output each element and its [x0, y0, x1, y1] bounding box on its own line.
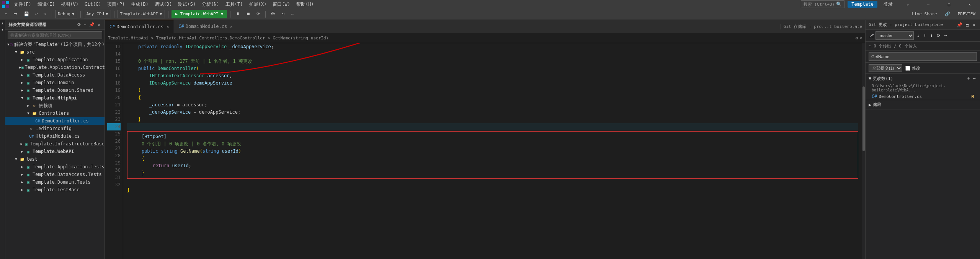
win-minimize-btn[interactable]: —	[920, 0, 937, 8]
editor-settings-icon[interactable]: ⚙	[856, 36, 858, 41]
project-data-access[interactable]: ▶ ▣ Template.DataAccess	[5, 71, 105, 79]
toolbar-step-btn[interactable]: ⤳	[279, 11, 287, 17]
git-search-input[interactable]	[869, 52, 977, 61]
platform-dropdown[interactable]: Any CPU ▼	[84, 10, 111, 18]
project-webapi[interactable]: ▶ ▣ Template.WebAPI	[5, 148, 105, 155]
menu-test[interactable]: 测试(S)	[175, 0, 199, 8]
toolbar-redo-btn[interactable]: ↪	[41, 11, 49, 17]
preview-btn[interactable]: PREVIEW	[956, 11, 978, 17]
sidebar-search-input[interactable]	[8, 31, 102, 39]
git-panel-pin[interactable]: 📌	[955, 21, 964, 28]
git-more-btn[interactable]: ⋯	[943, 32, 949, 39]
dataaccess-icon: ▣	[25, 72, 31, 78]
test-folder[interactable]: ▼ 📁 test	[5, 155, 105, 163]
git-file-democontroller[interactable]: C# DemoController.cs M	[866, 93, 980, 100]
git-stash-header[interactable]: ▶ 储藏	[866, 100, 980, 109]
sidebar-close-btn[interactable]: ✕	[96, 22, 101, 28]
controllers-folder[interactable]: ▼ 📁 Controllers	[5, 109, 105, 117]
toolbar-pause-btn[interactable]: ⏸	[234, 11, 242, 17]
git-filter-select[interactable]: 全部提交(1)	[869, 64, 902, 72]
toolbar-restart-btn[interactable]: ⟳	[254, 11, 262, 17]
git-changed-title: 更改数(1)	[873, 76, 966, 81]
menu-extensions[interactable]: 扩展(X)	[246, 0, 270, 8]
project-da-tests[interactable]: ▶ ▣ Template.DataAccess.Tests	[5, 171, 105, 178]
menu-tools[interactable]: 工具(T)	[222, 0, 246, 8]
menu-bar: 文件(F) 编辑(E) 视图(V) Git(G) 项目(P) 生成(B) 调试(…	[0, 0, 980, 8]
project-httpapi[interactable]: ▼ ▣ Template.HttpApi	[5, 94, 105, 102]
project-dropdown[interactable]: Template.WebAPI ▼	[118, 10, 165, 18]
project-app-tests[interactable]: ▶ ▣ Template.Application.Tests	[5, 163, 105, 171]
run-button[interactable]: ▶ Template.WebAPI ▼	[172, 10, 227, 18]
git-changed-header[interactable]: ▼ 更改数(1) + ↩	[866, 74, 980, 83]
git-header-tools: 📌 ⬒ ✕	[955, 21, 977, 28]
git-branch-select[interactable]: master	[875, 31, 914, 40]
tab-democontroller-close[interactable]: ✕	[167, 24, 169, 29]
editor-scrollbar[interactable]	[862, 43, 865, 259]
win-maximize-btn[interactable]: □	[940, 0, 958, 8]
dependencies-folder[interactable]: ▶ ⚙ 依赖项	[5, 102, 105, 109]
code-line-23: }	[127, 116, 858, 123]
tab-domainmodule[interactable]: C# DomainModule.cs ✕	[174, 20, 237, 33]
sidebar-filter-btn[interactable]: ⋯	[83, 22, 88, 28]
menu-debug[interactable]: 调试(D)	[152, 0, 175, 8]
src-folder[interactable]: ▼ 📁 src	[5, 48, 105, 56]
project-infrastructure[interactable]: ▶ ▣ Template.InfrastructureBase	[5, 140, 105, 148]
git-add-all-btn[interactable]: +	[966, 75, 971, 81]
git-panel-close[interactable]: ✕	[971, 21, 977, 28]
login-btn[interactable]: 登录	[880, 0, 896, 8]
line-15-code: 0 个引用 | ron, 177 天前 | 1 名作者, 1 项更改	[127, 58, 252, 65]
toolbar-forward-btn[interactable]: ⮕	[11, 11, 20, 17]
git-undo-all-btn[interactable]: ↩	[972, 75, 977, 81]
git-pull-btn[interactable]: ⬇	[922, 32, 928, 39]
menu-edit[interactable]: 编辑(E)	[34, 0, 58, 8]
project-application-contracts[interactable]: ▶ ▣ Template.Application.Contracts	[5, 64, 105, 71]
git-fetch-btn[interactable]: ↓	[915, 32, 921, 39]
git-sync-btn[interactable]: ⟳	[935, 32, 942, 39]
toolbar-back-btn[interactable]: ⬅	[2, 11, 10, 17]
tab-democontroller[interactable]: C# DemoController.cs ✕	[105, 20, 174, 33]
project-domain-shared[interactable]: ▶ ▣ Template.Domain.Shared	[5, 86, 105, 94]
git-push-btn[interactable]: ⬆	[928, 32, 934, 39]
git-branch-icon: ⎇	[869, 33, 874, 38]
toolbar-more-btn[interactable]: ⋯	[289, 11, 296, 17]
share-icon[interactable]: 🔗	[942, 11, 952, 17]
debug-mode-dropdown[interactable]: Debug ▼	[55, 10, 77, 18]
line-21-code: _accessor = accessor;	[127, 101, 207, 109]
sidebar-sync-btn[interactable]: ⟳	[76, 22, 82, 28]
project-testbase[interactable]: ▶ ▣ Template.TestBase	[5, 186, 105, 194]
solution-root[interactable]: ▼ ⬡ 解决方案'Template'(12个项目，共12个)	[5, 41, 105, 48]
menu-help[interactable]: 帮助(H)	[293, 0, 317, 8]
menu-build[interactable]: 生成(B)	[128, 0, 152, 8]
sidebar-pin-btn[interactable]: 📌	[88, 22, 96, 28]
git-panel-expand[interactable]: ⬒	[965, 21, 970, 28]
menu-project[interactable]: 项目(P)	[104, 0, 128, 8]
project-domain[interactable]: ▶ ▣ Template.Domain	[5, 79, 105, 86]
win-close-btn[interactable]: ✕	[961, 0, 978, 8]
toolbar-breakpoint-btn[interactable]: ⭗	[269, 11, 278, 17]
git-modify-checkbox[interactable]	[905, 66, 910, 71]
editorconfig-file[interactable]: ⚙ .editorconfig	[5, 125, 105, 132]
menu-view[interactable]: 视图(V)	[58, 0, 82, 8]
deps-arrow: ▶	[25, 104, 31, 108]
code-line-28: return userId;	[131, 162, 855, 169]
httpapimodule-file[interactable]: C# HttpApiModule.cs	[5, 132, 105, 140]
editor-close-icon[interactable]: ✕	[859, 36, 862, 41]
toolbar-sep-4	[168, 11, 168, 18]
git-store-label[interactable]: Git 存储库 - pro...t-boilerplate	[780, 24, 865, 29]
toolbar-undo-btn[interactable]: ↩	[33, 11, 40, 17]
menu-file[interactable]: 文件(F)	[11, 0, 34, 8]
menu-git[interactable]: Git(G)	[82, 0, 104, 8]
democontroller-file[interactable]: C# DemoController.cs	[5, 117, 105, 125]
toolbar-save-btn[interactable]: 💾	[21, 11, 31, 17]
scrollbar-thumb[interactable]	[862, 86, 865, 151]
project-domain-tests[interactable]: ▶ ▣ Template.Domain.Tests	[5, 178, 105, 186]
toolbar-stop-btn[interactable]: ⏹	[244, 11, 253, 17]
tab-domainmodule-close[interactable]: ✕	[230, 24, 232, 29]
menu-window[interactable]: 窗口(W)	[270, 0, 293, 8]
code-content[interactable]: private readonly IDemoAppService _demoAp…	[123, 43, 862, 259]
search-box[interactable]: 搜索 (Ctrl+Q) 🔍	[801, 0, 845, 8]
live-share-btn[interactable]: Live Share	[909, 11, 939, 17]
win-resize-btn[interactable]: ↗	[899, 0, 916, 8]
project-application[interactable]: ▶ ▣ Template.Application	[5, 56, 105, 64]
menu-analyze[interactable]: 分析(N)	[199, 0, 222, 8]
